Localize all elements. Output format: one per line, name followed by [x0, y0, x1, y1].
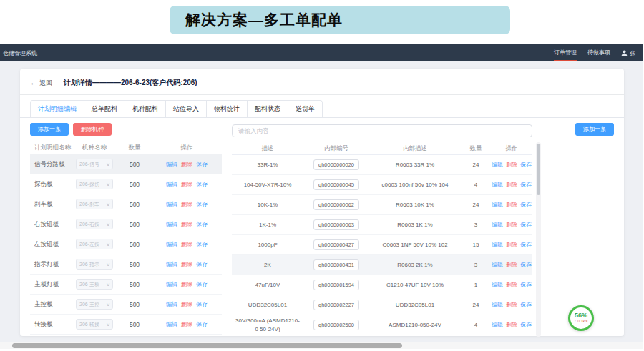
save-link[interactable]: 保存	[520, 241, 532, 249]
edit-link[interactable]: 编辑	[166, 260, 177, 268]
save-link[interactable]: 保存	[520, 181, 532, 189]
internal-code-input[interactable]: qh0000000063	[313, 219, 359, 230]
model-select[interactable]: 206-右按∨	[76, 219, 113, 229]
edit-link[interactable]: 编辑	[166, 220, 177, 228]
internal-code-input[interactable]: qh0000001594	[313, 280, 359, 290]
internal-code-input[interactable]: qh0000000431	[313, 259, 359, 270]
edit-link[interactable]: 编辑	[492, 161, 503, 169]
delete-link[interactable]: 删除	[181, 280, 192, 288]
table-row[interactable]: 主板灯板206-主板∨500编辑删除保存	[30, 275, 222, 295]
save-link[interactable]: 保存	[196, 300, 208, 308]
edit-link[interactable]: 编辑	[492, 181, 503, 189]
tab-2[interactable]: 总单配料	[84, 101, 125, 117]
edit-link[interactable]: 编辑	[492, 281, 503, 289]
nav-order-management[interactable]: 订单管理	[554, 44, 577, 61]
save-link[interactable]: 保存	[196, 320, 208, 328]
table-row[interactable]: 信号分路板206-信号∨500编辑删除保存	[30, 154, 222, 174]
delete-link[interactable]: 删除	[181, 320, 192, 328]
internal-code-input[interactable]: qh0000002227	[313, 300, 359, 310]
table-row[interactable]: 30V/300mA (ASMD1210-0 50-24V)qh000000250…	[232, 315, 532, 335]
vertical-scrollbar-thumb[interactable]	[537, 144, 540, 195]
delete-link[interactable]: 删除	[506, 201, 517, 209]
delete-link[interactable]: 删除	[181, 220, 192, 228]
save-link[interactable]: 保存	[520, 261, 532, 269]
table-row[interactable]: 右按钮板206-右按∨500编辑删除保存	[30, 214, 222, 234]
internal-code-input[interactable]: qh0000000062	[313, 199, 359, 210]
internal-code-input[interactable]: qh0000000020	[313, 159, 359, 170]
model-select[interactable]: 206-主板∨	[76, 279, 113, 290]
search-input[interactable]	[232, 124, 532, 137]
table-row[interactable]: 探伤板206-探伤∨500编辑删除保存	[30, 174, 222, 194]
tab-6[interactable]: 配料状态	[248, 101, 288, 117]
edit-link[interactable]: 编辑	[166, 160, 177, 168]
network-gauge[interactable]: 56% ↑ 0.1k/s	[568, 305, 594, 331]
save-link[interactable]: 保存	[520, 161, 532, 169]
delete-link[interactable]: 删除	[506, 261, 517, 269]
tab-5[interactable]: 物料统计	[207, 101, 248, 117]
table-row[interactable]: 1000pFqh0000000427C0603 1NF 50V 10% 1021…	[232, 235, 532, 255]
internal-code-input[interactable]: qh0000000427	[313, 239, 359, 250]
edit-link[interactable]: 编辑	[166, 320, 177, 328]
table-row[interactable]: 1K-1%qh0000000063R0603 1K 1%3编辑删除保存	[232, 215, 532, 235]
model-select[interactable]: 206-主控∨	[76, 299, 113, 310]
edit-link[interactable]: 编辑	[492, 301, 503, 309]
tab-7[interactable]: 送货单	[288, 101, 322, 117]
delete-link[interactable]: 删除	[506, 161, 517, 169]
table-row[interactable]: 2Kqh0000000431R0603 2K 1%3编辑删除保存	[232, 255, 532, 275]
table-row[interactable]: 47uF/10Vqh0000001594C1210 47UF 10V 10%1编…	[232, 275, 532, 295]
add-material-button[interactable]: 添加一条	[575, 123, 614, 136]
user-menu[interactable]: 张	[621, 49, 635, 57]
save-link[interactable]: 保存	[196, 260, 208, 268]
save-link[interactable]: 保存	[196, 220, 208, 228]
delete-link[interactable]: 删除	[181, 200, 192, 208]
internal-code-input[interactable]: qh0000000045	[313, 179, 359, 190]
save-link[interactable]: 保存	[196, 180, 208, 188]
edit-link[interactable]: 编辑	[492, 241, 503, 249]
edit-link[interactable]: 编辑	[166, 300, 177, 308]
save-link[interactable]: 保存	[196, 160, 208, 168]
edit-link[interactable]: 编辑	[492, 261, 503, 269]
tab-3[interactable]: 机种配料	[125, 101, 166, 117]
table-row[interactable]: 指示灯板206-指示∨500编辑删除保存	[30, 254, 222, 275]
delete-model-button[interactable]: 删除机种	[73, 123, 112, 136]
table-row[interactable]: 33R-1%qh0000000020R0603 33R 1%24编辑删除保存	[232, 155, 532, 175]
delete-link[interactable]: 删除	[181, 180, 192, 188]
table-row[interactable]: UDD32C05L01qh0000002227UDD32C05L0124编辑删除…	[232, 295, 532, 315]
save-link[interactable]: 保存	[196, 280, 208, 288]
delete-link[interactable]: 删除	[181, 300, 192, 308]
tab-1[interactable]: 计划明细编辑	[31, 101, 84, 117]
edit-link[interactable]: 编辑	[492, 321, 503, 329]
back-button[interactable]: ← 返回	[30, 79, 52, 88]
delete-link[interactable]: 删除	[506, 281, 517, 289]
save-link[interactable]: 保存	[520, 321, 532, 329]
table-row[interactable]: 10K-1%qh0000000062R0603 10K 1%24编辑删除保存	[232, 195, 532, 215]
save-link[interactable]: 保存	[520, 201, 532, 209]
model-select[interactable]: 206-探伤∨	[76, 179, 113, 189]
edit-link[interactable]: 编辑	[166, 280, 177, 288]
edit-link[interactable]: 编辑	[166, 240, 177, 248]
delete-link[interactable]: 删除	[506, 321, 517, 329]
delete-link[interactable]: 删除	[181, 160, 192, 168]
tab-4[interactable]: 站位导入	[166, 101, 207, 117]
model-select[interactable]: 206-指示∨	[76, 259, 113, 270]
delete-link[interactable]: 删除	[506, 241, 517, 249]
table-row[interactable]: 刹车板206-刹车∨500编辑删除保存	[30, 194, 222, 214]
table-row[interactable]: 104-50V-X7R-10%qh0000000045c0603 100nf 5…	[232, 175, 532, 195]
model-select[interactable]: 206-刹车∨	[76, 199, 113, 209]
table-row[interactable]: 转接板206-转接∨500编辑删除保存	[30, 315, 222, 335]
add-plan-button[interactable]: 添加一条	[30, 123, 69, 136]
model-select[interactable]: 206-信号∨	[76, 159, 113, 169]
delete-link[interactable]: 删除	[506, 301, 517, 309]
save-link[interactable]: 保存	[520, 301, 532, 309]
delete-link[interactable]: 删除	[181, 260, 192, 268]
table-row[interactable]: 主控板206-主控∨500编辑删除保存	[30, 295, 222, 315]
delete-link[interactable]: 删除	[181, 240, 192, 248]
edit-link[interactable]: 编辑	[166, 180, 177, 188]
model-select[interactable]: 206-左按∨	[76, 239, 113, 249]
save-link[interactable]: 保存	[196, 200, 208, 208]
edit-link[interactable]: 编辑	[492, 221, 503, 229]
save-link[interactable]: 保存	[520, 221, 532, 229]
nav-todo[interactable]: 待做事项	[587, 44, 610, 61]
table-row[interactable]: 左按钮板206-左按∨500编辑删除保存	[30, 234, 222, 254]
save-link[interactable]: 保存	[196, 240, 208, 248]
